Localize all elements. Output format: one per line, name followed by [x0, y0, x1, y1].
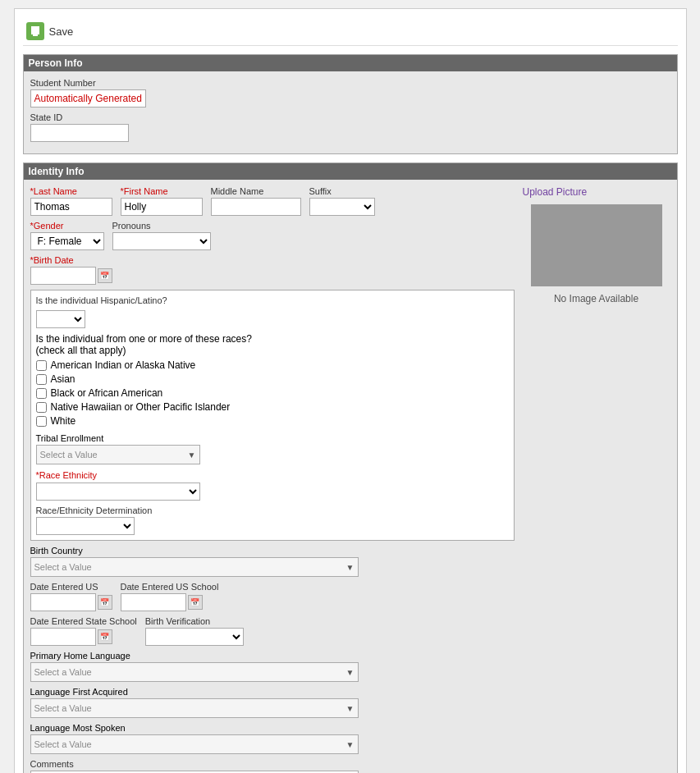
primary-home-language-dropdown-btn[interactable]: ▼ [346, 668, 355, 677]
race-ethnicity-box: Is the individual Hispanic/Latino? Yes N… [30, 290, 515, 541]
race-checkbox-5: White [36, 415, 509, 427]
student-number-label: Student Number [30, 78, 146, 88]
race-american-indian-checkbox[interactable] [36, 360, 47, 371]
tribal-enrollment-wrap[interactable]: Select a Value ▼ [36, 445, 200, 464]
birthdate-group: Birth Date 📅 [30, 255, 112, 285]
state-id-row: State ID [30, 112, 670, 142]
last-name-group: Last Name [30, 186, 112, 216]
comments-section: Comments [30, 759, 515, 773]
date-entered-us-school-input[interactable] [121, 593, 186, 611]
pronouns-select[interactable]: He/Him She/Her They/Them [112, 232, 211, 250]
identity-fields: Last Name First Name Middle Name Su [30, 186, 515, 773]
birth-verification-select[interactable] [145, 628, 244, 646]
hispanic-question: Is the individual Hispanic/Latino? [36, 295, 509, 305]
tribal-enrollment-label: Tribal Enrollment [36, 433, 509, 443]
race-determination-select[interactable] [36, 517, 135, 535]
tribal-enrollment-dropdown-btn[interactable]: ▼ [188, 451, 196, 460]
races-note-text: (check all that apply) [36, 345, 126, 356]
gender-pronouns-row: Gender F: Female M: Male X: Non-Binary P… [30, 221, 515, 250]
language-most-spoken-wrap[interactable]: Select a Value ▼ [30, 734, 359, 754]
hispanic-select[interactable]: Yes No [36, 310, 85, 328]
toolbar: Save [23, 17, 678, 46]
person-info-header: Person Info [24, 55, 677, 71]
race-checkbox-2: Asian [36, 373, 509, 385]
race-american-indian-label: American Indian or Alaska Native [51, 359, 196, 371]
birthdate-calendar-btn[interactable]: 📅 [98, 268, 112, 283]
date-entered-us-school-label: Date Entered US School [121, 582, 219, 592]
suffix-select[interactable]: Jr. Sr. II III [309, 198, 375, 216]
person-info-body: Student Number Automatically Generated S… [24, 71, 677, 153]
first-name-label: First Name [121, 186, 203, 196]
date-entered-state-wrap: 📅 [30, 628, 137, 646]
identity-layout: Last Name First Name Middle Name Su [30, 186, 670, 773]
race-white-label: White [51, 415, 76, 427]
date-entered-state-cal-btn[interactable]: 📅 [98, 629, 112, 644]
last-name-input[interactable] [30, 198, 112, 216]
race-black-label: Black or African American [51, 387, 163, 399]
birthdate-input[interactable] [30, 267, 96, 285]
date-entered-us-school-cal-btn[interactable]: 📅 [188, 595, 203, 610]
race-asian-label: Asian [51, 373, 75, 385]
suffix-group: Suffix Jr. Sr. II III [309, 186, 375, 216]
photo-placeholder [531, 204, 662, 286]
race-black-checkbox[interactable] [36, 388, 47, 399]
gender-label: Gender [30, 221, 104, 231]
language-first-acquired-label: Language First Acquired [30, 687, 515, 697]
race-pacific-islander-checkbox[interactable] [36, 402, 47, 413]
race-ethnicity-select-section: Race Ethnicity [36, 469, 509, 501]
hispanic-group: Is the individual Hispanic/Latino? Yes N… [36, 295, 509, 328]
date-entered-us-school-group: Date Entered US School 📅 [121, 582, 219, 611]
birth-country-label: Birth Country [30, 546, 515, 556]
suffix-label: Suffix [309, 186, 375, 196]
save-label: Save [49, 25, 74, 38]
upload-picture-link[interactable]: Upload Picture [523, 186, 588, 198]
name-row: Last Name First Name Middle Name Su [30, 186, 515, 216]
race-checkbox-1: American Indian or Alaska Native [36, 359, 509, 371]
comments-label: Comments [30, 759, 515, 769]
race-determination-section: Race/Ethnicity Determination [36, 505, 509, 535]
race-checkbox-3: Black or African American [36, 387, 509, 399]
language-first-acquired-dropdown-btn[interactable]: ▼ [346, 704, 355, 713]
person-info-section: Person Info Student Number Automatically… [23, 54, 678, 154]
date-entered-us-group: Date Entered US 📅 [30, 582, 112, 611]
middle-name-input[interactable] [211, 198, 301, 216]
state-id-label: State ID [30, 112, 129, 122]
language-first-acquired-placeholder: Select a Value [34, 703, 346, 713]
birth-country-row: Birth Country Select a Value ▼ [30, 546, 515, 577]
primary-home-language-section: Primary Home Language Select a Value ▼ [30, 651, 515, 682]
date-entered-us-input[interactable] [30, 593, 96, 611]
races-question: Is the individual from one or more of th… [36, 333, 509, 356]
date-entered-state-input[interactable] [30, 628, 96, 646]
language-most-spoken-placeholder: Select a Value [34, 739, 346, 749]
race-determination-label: Race/Ethnicity Determination [36, 505, 509, 515]
primary-home-language-wrap[interactable]: Select a Value ▼ [30, 662, 359, 682]
race-pacific-islander-label: Native Hawaiian or Other Pacific Islande… [51, 401, 231, 413]
tribal-enrollment-section: Tribal Enrollment Select a Value ▼ [36, 433, 509, 464]
race-white-checkbox[interactable] [36, 416, 47, 427]
gender-select[interactable]: F: Female M: Male X: Non-Binary [30, 232, 104, 250]
birth-country-dropdown-btn[interactable]: ▼ [346, 563, 355, 572]
date-entered-us-cal-btn[interactable]: 📅 [98, 595, 112, 610]
birth-country-wrap[interactable]: Select a Value ▼ [30, 557, 359, 577]
language-first-acquired-wrap[interactable]: Select a Value ▼ [30, 698, 359, 718]
middle-name-label: Middle Name [211, 186, 301, 196]
race-ethnicity-select[interactable] [36, 483, 200, 501]
primary-home-language-label: Primary Home Language [30, 651, 515, 661]
state-id-group: State ID [30, 112, 129, 142]
dates-row-2: Date Entered State School 📅 Birth Verifi… [30, 616, 515, 646]
state-id-input[interactable] [30, 124, 129, 142]
race-asian-checkbox[interactable] [36, 374, 47, 385]
birth-country-placeholder: Select a Value [34, 562, 346, 572]
save-button[interactable]: Save [26, 22, 74, 40]
dates-row-1: Date Entered US 📅 Date Entered US School… [30, 582, 515, 611]
races-question-text: Is the individual from one or more of th… [36, 333, 252, 345]
identity-info-section: Identity Info Last Name First Name [23, 162, 678, 773]
race-checkbox-4: Native Hawaiian or Other Pacific Islande… [36, 401, 509, 413]
birthdate-input-wrap: 📅 [30, 267, 112, 285]
first-name-input[interactable] [121, 198, 203, 216]
last-name-label: Last Name [30, 186, 112, 196]
page-container: Save Person Info Student Number Automati… [14, 8, 687, 773]
birth-verification-group: Birth Verification [145, 616, 244, 646]
middle-name-group: Middle Name [211, 186, 301, 216]
language-most-spoken-dropdown-btn[interactable]: ▼ [346, 740, 355, 749]
